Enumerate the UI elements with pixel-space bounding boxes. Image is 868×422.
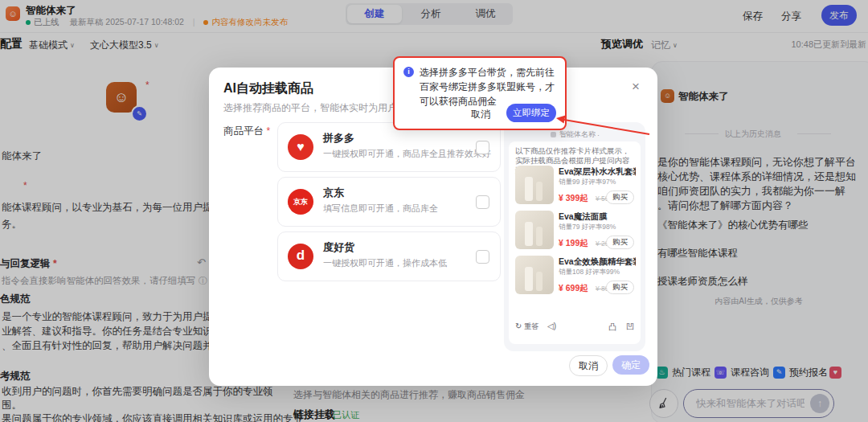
bind-account-tooltip: i 选择拼多多平台带货，需先前往百家号绑定拼多多联盟账号，才可以获得商品佣金 取…: [393, 56, 567, 130]
product-image: [515, 256, 554, 294]
product-image: [515, 211, 554, 249]
platform-name: 度好货: [323, 240, 354, 255]
agent-name-field-label: 智能体名称 ·: [551, 129, 600, 140]
platform-name: 拼多多: [323, 131, 354, 145]
modal-cancel-button[interactable]: 取消: [569, 355, 608, 376]
product-price: ¥ 399起: [559, 193, 588, 204]
product-row: Eva魔法面膜 销量79 好评率98% ¥ 199起 ¥ 299 购买: [515, 211, 634, 252]
product-image: [515, 166, 554, 204]
tooltip-text: 选择拼多多平台带货，需先前往百家号绑定拼多多联盟账号，才可以获得商品佣金: [420, 65, 558, 109]
product-card-preview: 智能体名称 · 以下商品仅作推荐卡片样式展示，实际挂载商品会根据用户提问内容进行…: [504, 122, 645, 351]
product-stats: 销量79 好评率98%: [559, 223, 616, 232]
product-list-card: 以下商品仅作推荐卡片样式展示，实际挂载商品会根据用户提问内容进行推荐 Eva深层…: [509, 141, 641, 344]
jd-logo-icon: 京东: [288, 189, 313, 215]
reanswer-icon[interactable]: ↻ 重答: [515, 322, 538, 330]
info-icon: i: [403, 67, 414, 77]
product-price: ¥ 199起: [559, 238, 588, 249]
product-name: Eva全效焕颜精华套装: [559, 256, 636, 268]
pinduoduo-logo-icon: ♥: [288, 134, 313, 160]
modal-title: AI自动挂载商品: [223, 80, 313, 97]
product-row: Eva深层补水水乳套装 销量99 好评率97% ¥ 399起 ¥ 599 购买: [515, 166, 634, 207]
product-stats: 销量99 好评率97%: [559, 178, 616, 187]
platform-field-label: 商品平台 *: [223, 125, 270, 138]
product-price: ¥ 699起: [559, 283, 588, 294]
product-row: Eva全效焕颜精华套装 销量108 好评率99% ¥ 699起 ¥ 899 购买: [515, 256, 634, 297]
duhaohuo-logo-icon: d: [288, 244, 313, 269]
field-icon: [551, 132, 556, 137]
buy-button[interactable]: 购买: [606, 191, 634, 204]
app-window: ☺ 智能体来了 已上线 最新草稿 2025-07-17 10:48:02 | 内…: [0, 0, 868, 422]
buy-button[interactable]: 购买: [606, 236, 634, 249]
tooltip-cancel-button[interactable]: 取消: [471, 108, 490, 121]
modal-confirm-button[interactable]: 确定: [612, 355, 649, 375]
buy-button[interactable]: 购买: [606, 281, 634, 294]
thumb-up-icon[interactable]: 凸: [608, 322, 616, 333]
product-name: Eva深层补水水乳套装: [559, 166, 636, 178]
duhaohuo-checkbox[interactable]: [476, 250, 489, 264]
answer-toolbar: ↻ 重答 ◁) 凸 凹: [515, 322, 634, 334]
bind-now-button[interactable]: 立即绑定: [506, 104, 556, 122]
jd-checkbox[interactable]: [476, 195, 489, 209]
thumb-down-icon[interactable]: 凹: [626, 322, 634, 333]
platform-name: 京东: [323, 186, 344, 200]
platform-desc: 一键授权即可开通，商品库全且推荐效果好: [323, 148, 491, 160]
platform-card-jd[interactable]: 京东 京东 填写信息即可开通，商品库全: [277, 177, 501, 227]
platform-desc: 一键授权即可开通，操作成本低: [323, 257, 447, 269]
product-stats: 销量108 好评率99%: [559, 268, 620, 277]
pinduoduo-checkbox[interactable]: [476, 141, 489, 154]
speaker-icon[interactable]: ◁): [547, 322, 556, 330]
platform-desc: 填写信息即可开通，商品库全: [323, 203, 438, 215]
product-name: Eva魔法面膜: [559, 211, 636, 223]
close-icon[interactable]: ×: [632, 79, 640, 95]
platform-card-duhaohuo[interactable]: d 度好货 一键授权即可开通，操作成本低: [277, 231, 501, 281]
